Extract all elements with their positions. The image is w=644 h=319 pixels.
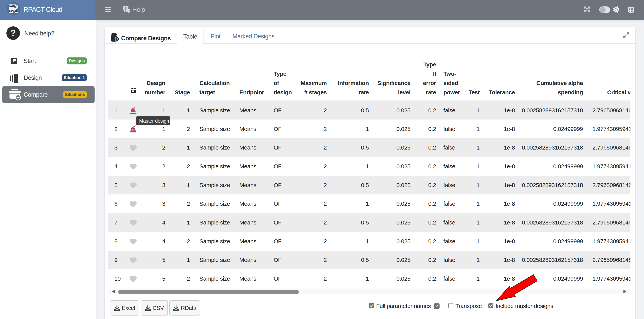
svg-text:Cloud: Cloud xyxy=(9,9,17,12)
svg-text:PACT: PACT xyxy=(9,5,17,8)
